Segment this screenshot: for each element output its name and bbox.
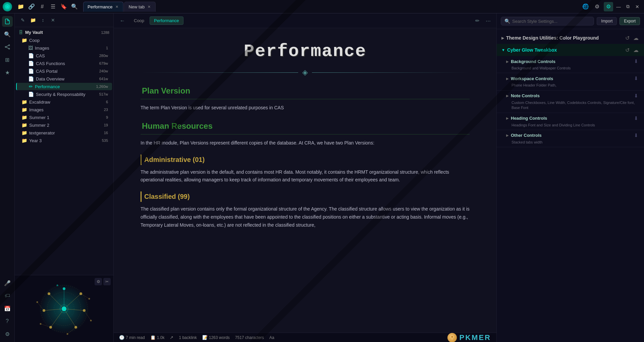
heading-title[interactable]: Heading Controls	[511, 116, 631, 121]
back-btn[interactable]: ←	[118, 16, 127, 25]
theme-design-cloud[interactable]: ☁	[633, 35, 639, 41]
theme-design-reset[interactable]: ↺	[624, 35, 631, 41]
other-download[interactable]: ⬇	[633, 132, 639, 139]
copy-icon: 📋	[150, 335, 156, 340]
tab-performance[interactable]: Performance ✕	[83, 2, 123, 12]
settings-icon[interactable]: ⚙	[604, 2, 613, 11]
files-icon-btn[interactable]	[2, 16, 13, 27]
link-icon[interactable]: 🔗	[27, 2, 36, 11]
share-icon[interactable]: ⚙	[592, 2, 602, 11]
note-download[interactable]: ⬇	[633, 93, 639, 99]
folder-summer1[interactable]: 📁 Summer 1 9	[16, 114, 112, 121]
file-cas-functions[interactable]: 📄 CAS Functions 679w	[16, 60, 112, 67]
sidebar-graph: ⚙ ✂	[15, 275, 113, 342]
year3-count: 535	[102, 138, 108, 142]
maximize-btn[interactable]: ⧉	[624, 3, 632, 11]
new-note-icon[interactable]: ✎	[19, 16, 27, 24]
kanban-icon-btn[interactable]: ⊞	[2, 54, 13, 65]
tab-coop[interactable]: Coop	[130, 17, 148, 24]
new-folder-icon[interactable]: 📁	[29, 16, 37, 24]
section-theme-design[interactable]: ▶ Theme Design Utilities: Color Playgrou…	[497, 32, 644, 44]
zoom: Aa	[269, 335, 274, 340]
file-images-1[interactable]: 🖼 Images 1	[16, 44, 112, 52]
content-scroll[interactable]: Performance ◈ Plan Version The term Plan…	[114, 28, 496, 333]
file-data-overview[interactable]: 📄 Data Overview 641w	[16, 75, 112, 82]
search-icon[interactable]: 🔍	[70, 2, 79, 11]
tab-new-close[interactable]: ✕	[147, 4, 151, 9]
mic-icon-btn[interactable]: 🎤	[2, 278, 13, 288]
note-chevron[interactable]: ▶	[506, 94, 509, 98]
file-security[interactable]: 📄 Security & Responsability 517w	[16, 91, 112, 98]
search-icon-btn[interactable]: 🔍	[2, 29, 13, 40]
file-cas[interactable]: 📄 CAS 280w	[16, 52, 112, 59]
globe-icon[interactable]: 🌐	[581, 2, 590, 11]
config-icon-btn[interactable]: ⚙	[2, 329, 13, 339]
other-header: ▶ Other Controls ⬇	[506, 132, 639, 139]
tab-performance-content[interactable]: Performance	[150, 16, 183, 25]
list-icon[interactable]: ☰	[48, 2, 58, 11]
cas-icon: 📄	[28, 53, 34, 58]
workspace-chevron[interactable]: ▶	[506, 77, 509, 80]
minimize-btn[interactable]: —	[614, 3, 623, 11]
tag-icon-btn[interactable]: 🏷	[2, 290, 13, 301]
textgen-label: textgenerator	[29, 130, 102, 135]
background-chevron[interactable]: ▶	[506, 60, 509, 63]
tab-performance-close[interactable]: ✕	[114, 4, 119, 9]
heading-chevron[interactable]: ▶	[506, 116, 509, 120]
folder-icon[interactable]: 📁	[16, 2, 25, 11]
textgen-icon: 📁	[21, 130, 27, 135]
sidebar-tree: ✎ 📁 ↕ ✕ 🗄 My Vault 1288 📁 Coop 🖼 Images …	[15, 13, 114, 342]
folder-summer2[interactable]: 📁 Summer 2 19	[16, 121, 112, 129]
year3-icon: 📁	[21, 138, 27, 143]
para-hr: In the HR module, Plan Versions represen…	[141, 139, 470, 147]
workspace-header: ▶ Workspace Controls ⬇	[506, 75, 639, 82]
workspace-download[interactable]: ⬇	[633, 75, 639, 82]
workspace-title[interactable]: Workspace Controls	[511, 76, 631, 81]
other-chevron[interactable]: ▶	[506, 133, 509, 137]
close-panel-icon[interactable]: ✕	[49, 16, 57, 24]
background-title[interactable]: Background Controls	[511, 59, 631, 64]
folder-year3[interactable]: 📁 Year 3 535	[16, 137, 112, 144]
more-icon[interactable]: ⋯	[484, 16, 492, 25]
graph-icon-btn[interactable]	[2, 42, 13, 52]
folder-textgen[interactable]: 📁 textgenerator 16	[16, 129, 112, 136]
tab-new[interactable]: New tab ✕	[124, 2, 156, 12]
graph-filter-btn[interactable]: ✂	[103, 278, 111, 285]
folder-images[interactable]: 📁 Images 23	[16, 106, 112, 113]
heading-download[interactable]: ⬇	[633, 115, 639, 122]
vault-row[interactable]: 🗄 My Vault 1288	[15, 28, 113, 36]
doc-title: Performance	[141, 42, 470, 61]
graph-settings-btn[interactable]: ⚙	[95, 278, 102, 285]
section-cyber-glow[interactable]: ▼ Cyber Glow Tweakbox ↺ ☁	[497, 44, 644, 56]
file-performance[interactable]: ✏ Performance 1,260w	[16, 83, 112, 90]
export-btn[interactable]: Export	[620, 17, 640, 25]
bookmark-icon[interactable]: 🔖	[59, 2, 68, 11]
para-admin: The administrative plan version is the d…	[141, 168, 470, 184]
control-workspace: ▶ Workspace Controls ⬇ Phone Header Fold…	[497, 73, 644, 90]
edit-icon[interactable]: ✏	[473, 16, 482, 25]
folder-coop[interactable]: 📁 Coop	[16, 37, 112, 44]
h2-divider-1	[141, 99, 470, 99]
hashtag-icon[interactable]: #	[38, 2, 47, 11]
data-overview-label: Data Overview	[36, 76, 97, 81]
sort-icon[interactable]: ↕	[39, 16, 47, 24]
other-title[interactable]: Other Controls	[511, 133, 631, 138]
close-btn[interactable]: ✕	[633, 3, 641, 11]
help-icon-btn[interactable]: ?	[2, 316, 13, 327]
sidebar-scroll: 🗄 My Vault 1288 📁 Coop 🖼 Images 1 📄 CAS …	[15, 27, 113, 275]
folder-excalidraw[interactable]: 📁 Excalidraw 6	[16, 98, 112, 106]
file-cas-portal[interactable]: 📄 CAS Portal 240w	[16, 67, 112, 75]
svg-point-23	[48, 292, 50, 295]
search-input[interactable]	[512, 19, 590, 24]
background-download[interactable]: ⬇	[633, 58, 639, 65]
calendar-icon-btn[interactable]: 📅	[2, 303, 13, 314]
cyber-glow-reset[interactable]: ↺	[624, 47, 631, 53]
para-classified: The classified plan version contains onl…	[141, 205, 470, 229]
pkmer-text: PKMER	[460, 333, 491, 342]
star-icon-btn[interactable]: ★	[2, 67, 13, 78]
svg-point-1	[7, 6, 8, 7]
note-title[interactable]: Note Controls	[511, 93, 631, 98]
summer1-count: 9	[106, 115, 108, 119]
import-btn[interactable]: Import	[597, 17, 617, 25]
cyber-glow-cloud[interactable]: ☁	[633, 47, 639, 53]
